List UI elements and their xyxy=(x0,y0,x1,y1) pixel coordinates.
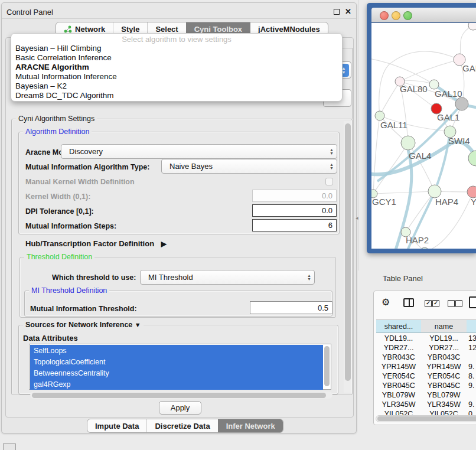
table-cell[interactable]: YBL079W xyxy=(376,390,421,400)
tab-infer-network[interactable]: Infer Network xyxy=(218,419,283,432)
unchecked-checkbox-icon[interactable] xyxy=(448,300,455,307)
table-cell[interactable]: YDL19... xyxy=(376,333,421,343)
table-hscrollbar[interactable] xyxy=(376,415,476,422)
table-cell[interactable]: YBL079W xyxy=(421,390,467,400)
node-gal10[interactable] xyxy=(429,80,439,89)
node-label: Y xyxy=(471,197,476,207)
dropdown-item[interactable]: Dream8 DC_TDC Algorithm xyxy=(15,91,114,100)
table-cell[interactable]: YDL19... xyxy=(421,333,467,343)
split-columns-icon[interactable] xyxy=(403,298,414,307)
node-edge-green[interactable] xyxy=(468,151,476,166)
gear-icon[interactable]: ⚙ xyxy=(382,296,390,308)
node-gray[interactable] xyxy=(455,97,468,110)
collapsed-arrow-icon: ▶ xyxy=(161,240,167,248)
node-salmon[interactable] xyxy=(467,186,476,198)
table-hscrollbar-thumb[interactable] xyxy=(377,416,476,421)
table-cell[interactable]: YBR045C xyxy=(421,380,467,390)
table-cell[interactable]: YBR045C xyxy=(376,380,421,390)
table-cell[interactable]: YBR043C xyxy=(376,352,421,362)
column-header-shared-name[interactable]: shared... xyxy=(376,319,422,333)
list-vscrollbar-thumb[interactable] xyxy=(324,346,330,386)
float-window-icon[interactable] xyxy=(334,9,340,15)
mi-threshold-input[interactable]: 0.5 xyxy=(250,301,332,314)
list-item[interactable]: gal4RGexp xyxy=(30,379,323,390)
list-hscrollbar-thumb[interactable] xyxy=(32,393,326,398)
minimize-traffic-icon[interactable] xyxy=(392,11,400,20)
table-cell[interactable]: YDR27... xyxy=(376,343,421,353)
node-label: GCY1 xyxy=(372,197,396,207)
tab-cyni-toolbox-label: Cyni Toolbox xyxy=(194,25,242,34)
node-bottom[interactable] xyxy=(420,247,429,249)
table-cell[interactable]: 12 xyxy=(468,343,476,353)
column-header-name[interactable]: name xyxy=(421,319,467,333)
list-item[interactable]: BetweennessCentrality xyxy=(30,367,323,379)
node-gal11[interactable] xyxy=(375,111,384,120)
list-item[interactable]: TopologicalCoefficient xyxy=(30,356,323,367)
aracne-mode-value: Discovery xyxy=(69,147,103,156)
table-cell[interactable]: 9. xyxy=(468,380,476,390)
table-cell[interactable]: YER054C xyxy=(376,371,421,381)
table-cell[interactable]: 9. xyxy=(468,399,476,409)
mi-type-combobox[interactable]: Naive Bayes ▲▼ xyxy=(161,159,337,174)
list-item[interactable]: SelfLoops xyxy=(30,345,323,356)
node-unlabeled[interactable] xyxy=(468,23,476,30)
panel-divider[interactable] xyxy=(358,0,359,270)
apply-button[interactable]: Apply xyxy=(159,401,201,415)
node-hap4[interactable] xyxy=(428,185,441,198)
tab-impute-data[interactable]: Impute Data xyxy=(87,419,146,432)
settings-vscrollbar[interactable] xyxy=(344,121,351,393)
bottom-corner-widget[interactable] xyxy=(3,443,16,450)
checked-checkbox-icon[interactable]: ✓ xyxy=(432,300,439,307)
table-cell[interactable]: YPR145W xyxy=(421,361,467,371)
divider-resize-handle[interactable]: ◂ xyxy=(356,215,358,221)
node-gal4[interactable] xyxy=(401,136,415,150)
table-cell[interactable]: YLR345W xyxy=(376,399,421,409)
tab-style-label: Style xyxy=(121,25,139,34)
list-hscrollbar[interactable] xyxy=(30,392,332,399)
table-cell[interactable]: 8. xyxy=(468,371,476,381)
table-cell[interactable]: YER054C xyxy=(421,371,467,381)
table-cell[interactable]: 9. xyxy=(468,361,476,371)
table-cell[interactable]: YBR043C xyxy=(421,352,467,362)
table-icon[interactable] xyxy=(469,296,476,308)
table-cell[interactable]: YLR345W xyxy=(421,399,467,409)
network-window-titlebar[interactable] xyxy=(371,8,476,22)
data-attributes-label: Data Attributes xyxy=(23,334,78,343)
tab-discretize-data[interactable]: Discretize Data xyxy=(146,419,217,432)
tab-infer-network-label: Infer Network xyxy=(226,422,275,431)
node-label: SWI4 xyxy=(448,136,470,146)
combo-stepper-icon: ▲▼ xyxy=(307,274,311,281)
table-cell[interactable]: YDR27... xyxy=(421,343,467,353)
data-attributes-list[interactable]: SelfLoops TopologicalCoefficient Between… xyxy=(29,344,331,390)
kernel-width-input[interactable]: 0.0 xyxy=(252,190,337,202)
mi-type-label: Mutual Information Algorithm Type: xyxy=(25,163,149,171)
manual-kernel-checkbox[interactable] xyxy=(325,178,333,185)
node-label: GAL11 xyxy=(380,120,407,130)
node-table: shared... name A YDL19... YDL19... 13 YD… xyxy=(376,319,476,425)
settings-vscrollbar-thumb[interactable] xyxy=(345,123,351,381)
aracne-mode-combobox[interactable]: Discovery ▲▼ xyxy=(61,144,337,159)
sources-group-toggle[interactable]: Sources for Network Inference ▼ xyxy=(23,321,144,329)
column-header-partial[interactable]: A xyxy=(467,319,476,333)
which-threshold-combobox[interactable]: MI Threshold ▲▼ xyxy=(140,270,315,285)
dropdown-item[interactable]: Bayesian – Hill Climbing xyxy=(15,44,102,53)
mi-threshold-label: Mutual Information Threshold: xyxy=(30,305,137,313)
zoom-traffic-icon[interactable] xyxy=(403,11,412,20)
table-cell[interactable]: 13 xyxy=(468,333,476,343)
dropdown-item[interactable]: Mutual Information Inference xyxy=(15,72,117,81)
node-label: GAL1 xyxy=(437,112,459,122)
table-cell[interactable]: YPR145W xyxy=(376,361,421,371)
close-traffic-icon[interactable] xyxy=(380,11,389,20)
dpi-tolerance-input[interactable]: 0.0 xyxy=(252,204,337,217)
dropdown-item[interactable]: Basic Correlation Inference xyxy=(15,53,112,62)
unchecked-checkbox-icon[interactable] xyxy=(455,300,462,307)
hub-tf-definition-toggle[interactable]: Hub/Transcription Factor Definition ▶ xyxy=(25,239,167,248)
sources-group-title: Sources for Network Inference xyxy=(25,321,132,329)
node-label: GAL80 xyxy=(400,84,428,94)
dropdown-item-selected[interactable]: ARACNE Algorithm xyxy=(15,63,89,71)
dropdown-item[interactable]: Bayesian – K2 xyxy=(15,81,67,90)
mi-steps-input[interactable]: 6 xyxy=(252,219,337,231)
close-icon[interactable]: ✕ xyxy=(345,7,351,16)
control-panel-title: Control Panel xyxy=(6,8,53,17)
checked-checkbox-icon[interactable]: ✓ xyxy=(425,300,432,307)
